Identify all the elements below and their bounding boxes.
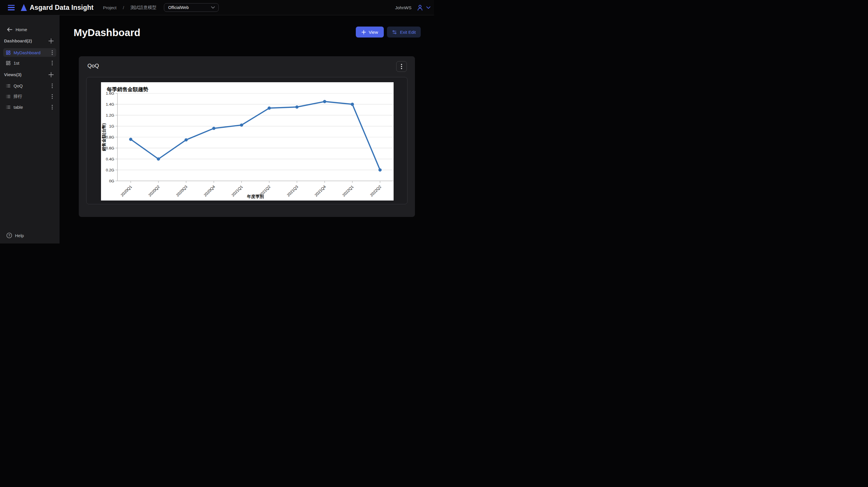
svg-text:2021Q4: 2021Q4 bbox=[314, 184, 327, 197]
logo-triangle-icon bbox=[21, 4, 27, 11]
views-section-header: Views(3) bbox=[4, 71, 54, 77]
main-content: MyDashboard View Exit Edit QoQ bbox=[59, 15, 434, 244]
svg-text:1.4G: 1.4G bbox=[106, 102, 114, 106]
svg-text:2021Q3: 2021Q3 bbox=[286, 185, 299, 198]
menu-icon[interactable] bbox=[8, 5, 15, 10]
widget-title: QoQ bbox=[87, 63, 99, 69]
sidebar-item-table[interactable]: table bbox=[3, 103, 56, 111]
sidebar: Home Dashboard(2) MyDashboard bbox=[0, 15, 59, 244]
svg-text:2020Q4: 2020Q4 bbox=[203, 184, 216, 197]
help-label: Help bbox=[15, 233, 24, 238]
sidebar-item-label: table bbox=[13, 105, 23, 110]
views-section-title: Views(3) bbox=[4, 72, 22, 77]
add-view-button[interactable] bbox=[48, 72, 54, 77]
svg-text:2020Q2: 2020Q2 bbox=[148, 185, 161, 198]
app-root: Asgard Data Insight Project / 測試語意模型 Off… bbox=[0, 0, 434, 244]
views-list: QoQ 排行 table bbox=[3, 82, 56, 111]
qoq-widget-card: QoQ 0G0.2G0.4G0.6G0.8G1G1.2G1.4G1.6G2020… bbox=[79, 56, 415, 217]
svg-text:1.2G: 1.2G bbox=[106, 113, 114, 118]
dashboard-list: MyDashboard 1st bbox=[3, 48, 56, 67]
svg-text:2020Q3: 2020Q3 bbox=[176, 185, 188, 198]
header-actions: View Exit Edit bbox=[356, 27, 421, 37]
back-arrow-icon bbox=[7, 27, 12, 32]
svg-text:2021Q1: 2021Q1 bbox=[231, 185, 244, 198]
add-view-header-button[interactable]: View bbox=[356, 27, 384, 37]
widget-kebab-menu-button[interactable] bbox=[396, 61, 407, 72]
app-title: Asgard Data Insight bbox=[30, 4, 93, 11]
list-icon bbox=[6, 84, 11, 88]
sliders-icon bbox=[392, 30, 397, 35]
svg-text:0.2G: 0.2G bbox=[106, 168, 114, 172]
home-button[interactable]: Home bbox=[7, 26, 59, 33]
qoq-chart: 0G0.2G0.4G0.6G0.8G1G1.2G1.4G1.6G2020Q120… bbox=[101, 82, 394, 200]
top-navbar: Asgard Data Insight Project / 測試語意模型 Off… bbox=[0, 0, 434, 15]
workspace-select-value: OfficialWeb bbox=[168, 5, 189, 10]
add-dashboard-button[interactable] bbox=[48, 38, 54, 44]
exit-edit-button-label: Exit Edit bbox=[400, 30, 416, 35]
svg-text:0.4G: 0.4G bbox=[106, 157, 114, 161]
sidebar-item-label: 1st bbox=[13, 61, 19, 65]
svg-text:2020Q1: 2020Q1 bbox=[120, 185, 133, 198]
sidebar-item-1st[interactable]: 1st bbox=[3, 59, 56, 67]
help-button[interactable]: ? Help bbox=[6, 232, 24, 238]
user-avatar-icon[interactable] bbox=[417, 4, 423, 11]
help-icon: ? bbox=[6, 232, 12, 238]
sidebar-item-label: QoQ bbox=[13, 84, 23, 88]
svg-text:0.6G: 0.6G bbox=[106, 146, 114, 150]
sidebar-item-label: 排行 bbox=[13, 94, 22, 99]
item-kebab-menu[interactable] bbox=[51, 104, 54, 110]
breadcrumb-project[interactable]: Project bbox=[103, 5, 117, 10]
svg-text:0.8G: 0.8G bbox=[106, 135, 114, 139]
svg-text:1G: 1G bbox=[109, 124, 114, 128]
line-chart-svg: 0G0.2G0.4G0.6G0.8G1G1.2G1.4G1.6G2020Q120… bbox=[101, 82, 394, 200]
item-kebab-menu[interactable] bbox=[51, 50, 54, 56]
user-menu-chevron-icon[interactable] bbox=[426, 6, 431, 9]
item-kebab-menu[interactable] bbox=[51, 94, 54, 100]
page-title: MyDashboard bbox=[73, 27, 140, 38]
sidebar-item-mydashboard[interactable]: MyDashboard bbox=[3, 48, 56, 57]
dashboards-section-title: Dashboard(2) bbox=[4, 38, 32, 43]
sidebar-item-ranking[interactable]: 排行 bbox=[3, 92, 56, 101]
svg-text:2022Q1: 2022Q1 bbox=[342, 185, 354, 198]
view-button-label: View bbox=[369, 30, 378, 35]
list-icon bbox=[6, 105, 11, 110]
chevron-down-icon bbox=[211, 6, 215, 9]
breadcrumb-separator: / bbox=[123, 5, 124, 10]
exit-edit-button[interactable]: Exit Edit bbox=[387, 27, 421, 37]
list-icon bbox=[6, 94, 11, 99]
item-kebab-menu[interactable] bbox=[51, 60, 54, 66]
svg-text:銷售金額(台幣): 銷售金額(台幣) bbox=[101, 123, 106, 152]
navbar-right: JohnWS bbox=[395, 4, 431, 11]
plus-icon bbox=[362, 30, 366, 34]
dashboard-icon bbox=[6, 61, 11, 65]
svg-text:2022Q2: 2022Q2 bbox=[369, 185, 382, 198]
sidebar-item-label: MyDashboard bbox=[13, 50, 40, 55]
sidebar-item-qoq[interactable]: QoQ bbox=[3, 82, 56, 90]
svg-text:0G: 0G bbox=[109, 179, 114, 183]
svg-text:?: ? bbox=[8, 234, 10, 237]
svg-text:每季銷售金額趨勢: 每季銷售金額趨勢 bbox=[106, 87, 148, 92]
dashboards-section-header: Dashboard(2) bbox=[4, 38, 54, 44]
home-label: Home bbox=[16, 27, 27, 32]
workspace-select[interactable]: OfficialWeb bbox=[164, 3, 219, 12]
chart-container: 0G0.2G0.4G0.6G0.8G1G1.2G1.4G1.6G2020Q120… bbox=[86, 77, 407, 204]
svg-text:年度季別: 年度季別 bbox=[247, 194, 264, 199]
item-kebab-menu[interactable] bbox=[51, 83, 54, 89]
dashboard-icon bbox=[6, 50, 11, 55]
user-name: JohnWS bbox=[395, 5, 411, 10]
breadcrumb-model[interactable]: 測試語意模型 bbox=[130, 5, 156, 10]
